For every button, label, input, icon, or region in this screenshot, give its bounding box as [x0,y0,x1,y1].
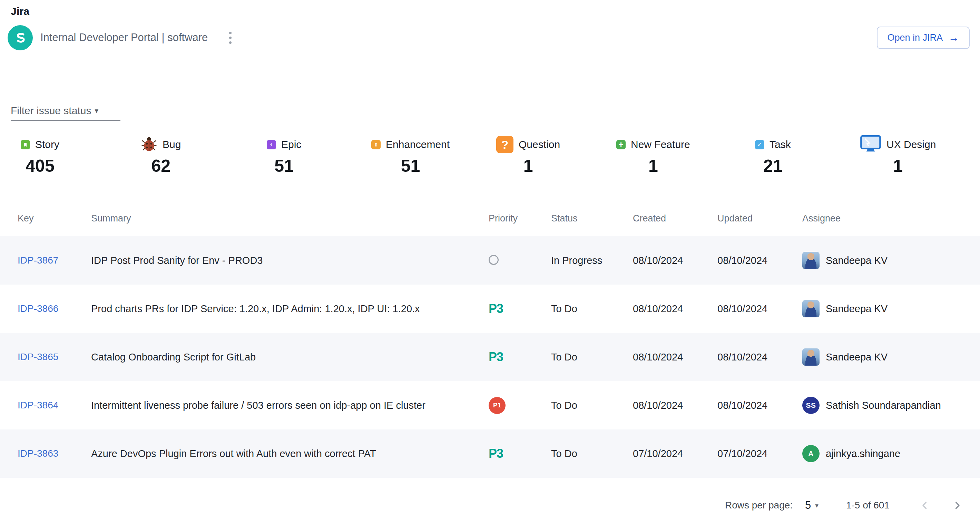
issue-summary: Catalog Onboarding Script for GitLab [91,352,488,363]
table-row: IDP-3865 Catalog Onboarding Script for G… [0,333,980,381]
issue-summary: IDP Post Prod Sanity for Env - PROD3 [91,255,488,266]
issue-key-link[interactable]: IDP-3866 [18,303,58,314]
kebab-dot [229,36,232,39]
assignee-name: Sathish Soundarapandian [826,400,941,411]
task-icon: ✓ [755,140,764,149]
issue-created-date: 07/10/2024 [633,448,718,460]
issue-created-date: 08/10/2024 [633,352,718,363]
chevron-right-icon [951,499,963,512]
assignee-name: Sandeepa KV [826,352,888,363]
issue-counter: UX Design 1 [860,135,936,176]
rows-per-page-select[interactable]: 5 ▾ [805,499,819,512]
issue-updated-date: 08/10/2024 [718,400,802,411]
issue-status: In Progress [551,255,633,266]
project-logo-icon [13,30,28,45]
counter-count: 51 [274,156,294,176]
pagination-range-label: 1-5 of 601 [846,500,889,511]
issue-updated-date: 08/10/2024 [718,255,802,266]
issue-counter: Enhancement 51 [371,135,450,176]
priority-icon [488,255,499,265]
issue-counter: Story 405 [21,135,59,176]
counter-label: Task [770,139,791,151]
bug-icon [141,136,158,154]
table-row: IDP-3863 Azure DevOps Plugin Errors out … [0,430,980,478]
priority-icon: P3 [488,301,503,316]
counter-label: Question [519,139,560,151]
filter-issue-status-select[interactable]: Filter issue status ▾ [11,105,121,121]
column-header-priority: Priority [488,213,551,224]
kebab-menu-button[interactable] [226,28,235,47]
story-icon [21,140,30,149]
chevron-left-icon [919,499,931,512]
counter-label: Enhancement [386,139,450,151]
assignee-avatar: A [802,445,819,462]
issue-status: To Do [551,352,633,363]
table-row: IDP-3867 IDP Post Prod Sanity for Env - … [0,236,980,285]
assignee-avatar: SS [802,397,819,414]
assignee-name: ajinkya.shingane [826,448,900,460]
column-header-assignee: Assignee [802,213,980,224]
issue-summary: Prod charts PRs for IDP Service: 1.20.x,… [91,303,488,315]
issue-key-link[interactable]: IDP-3864 [18,400,58,411]
new-feature-icon: + [616,140,625,149]
arrow-right-icon: → [948,32,959,43]
issue-table: Key Summary Priority Status Created Upda… [0,213,980,478]
table-header-row: Key Summary Priority Status Created Upda… [0,213,980,224]
ux-design-icon [860,135,881,154]
counter-count: 1 [648,156,658,176]
pagination-next-button[interactable] [949,497,966,514]
table-row: IDP-3864 Intermittent liveness probe fai… [0,381,980,430]
issue-key-link[interactable]: IDP-3863 [18,448,58,459]
rows-per-page-label: Rows per page: [725,500,792,511]
project-header: Internal Developer Portal | software Ope… [0,25,980,50]
issue-created-date: 08/10/2024 [633,255,718,266]
issue-updated-date: 08/10/2024 [718,352,802,363]
filter-issue-status-label: Filter issue status [11,105,91,117]
project-name: Internal Developer Portal | software [40,32,208,44]
counter-count: 405 [25,156,54,176]
kebab-dot [229,32,232,34]
counter-count: 62 [151,156,170,176]
issue-key-link[interactable]: IDP-3867 [18,255,58,266]
issue-key-link[interactable]: IDP-3865 [18,352,58,362]
column-header-key: Key [18,213,91,224]
open-in-jira-button[interactable]: Open in JIRA → [877,27,970,49]
question-icon: ? [496,136,514,153]
issue-created-date: 08/10/2024 [633,400,718,411]
issue-counter: Bug 62 [141,135,181,176]
column-header-updated: Updated [718,213,802,224]
assignee-avatar [802,348,819,366]
table-row: IDP-3866 Prod charts PRs for IDP Service… [0,285,980,333]
epic-icon [267,140,276,149]
issue-counter: ? Question 1 [496,135,560,176]
pagination-prev-button[interactable] [916,497,933,514]
chevron-down-icon: ▾ [95,106,99,115]
issue-counter: Epic 51 [267,135,301,176]
counter-label: Epic [281,139,301,151]
issue-counters: Story 405 Bug 62 Epic 51 Enhancement 51 … [0,135,980,177]
assignee-avatar [802,300,819,317]
open-in-jira-label: Open in JIRA [887,32,943,43]
counter-label: Bug [162,139,181,151]
priority-icon: P3 [488,446,503,461]
assignee-name: Sandeepa KV [826,303,888,315]
counter-label: UX Design [886,139,936,151]
priority-icon: P3 [488,350,503,364]
column-header-summary: Summary [91,213,488,224]
pagination-bar: Rows per page: 5 ▾ 1-5 of 601 [0,497,980,514]
assignee-name: Sandeepa KV [826,255,888,266]
issue-updated-date: 08/10/2024 [718,303,802,315]
issue-counter: + New Feature 1 [616,135,690,176]
issue-table-body: IDP-3867 IDP Post Prod Sanity for Env - … [0,236,980,478]
counter-count: 21 [763,156,783,176]
page-title: Jira [11,6,980,17]
counter-count: 1 [523,156,533,176]
column-header-status: Status [551,213,633,224]
project-avatar [8,25,33,50]
rows-per-page-value: 5 [805,499,811,512]
counter-label: New Feature [631,139,690,151]
issue-status: To Do [551,448,633,460]
issue-updated-date: 07/10/2024 [718,448,802,460]
issue-status: To Do [551,400,633,411]
issue-summary: Intermittent liveness probe failure / 50… [91,400,488,411]
